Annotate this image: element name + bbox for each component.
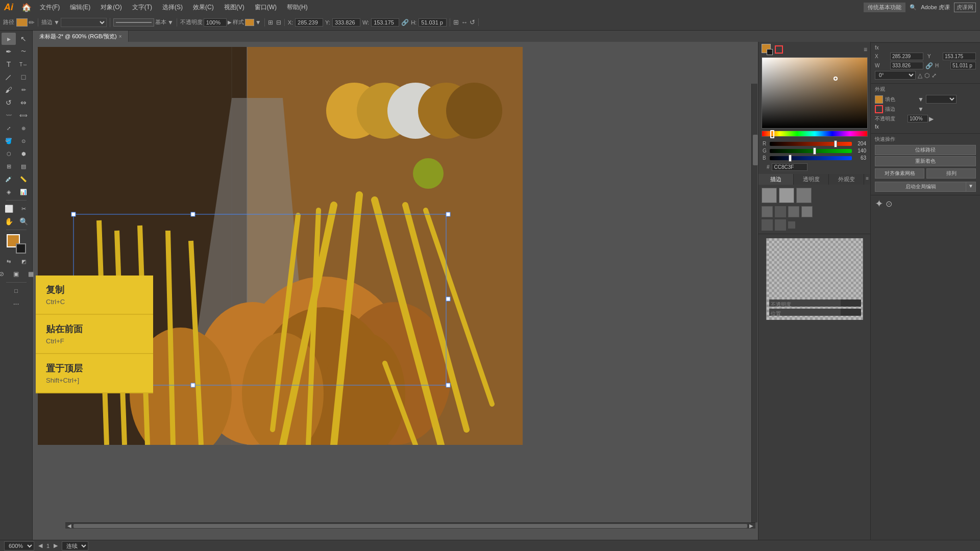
menu-object[interactable]: 对象(O) (96, 2, 126, 13)
scroll-left-btn[interactable]: ◀ (67, 523, 71, 529)
isolate-icon[interactable] (762, 219, 773, 231)
scroll-right-btn[interactable]: ▶ (749, 523, 753, 529)
artboard-tool[interactable]: ⬜ (2, 203, 16, 215)
menu-effect[interactable]: 效果(C) (189, 2, 218, 13)
stroke-type-none[interactable] (762, 188, 777, 203)
fill-dropdown-icon[interactable]: ▼ (918, 96, 924, 103)
transform-w-input[interactable] (890, 62, 923, 69)
stroke-type-solid[interactable] (779, 188, 794, 203)
fill-color-box[interactable] (875, 95, 883, 104)
perspective-select-tool[interactable]: ⬢ (16, 147, 31, 160)
workspace-dropdown[interactable]: 传统基本功能 (864, 3, 905, 12)
pen-tool[interactable]: ✒ (2, 45, 16, 58)
fill-type-dropdown[interactable] (926, 95, 957, 104)
blend-icon-4[interactable] (801, 206, 813, 217)
rotate-icon[interactable]: ↺ (470, 18, 475, 26)
hex-input[interactable] (772, 163, 807, 171)
eyedropper-tool[interactable]: 💉 (2, 173, 16, 185)
transform-h-input[interactable] (950, 62, 976, 69)
status-dropdown[interactable]: 连续 (62, 541, 88, 550)
lasso-icon[interactable]: ⊙ (886, 199, 892, 209)
x-input[interactable] (295, 18, 323, 27)
menu-help[interactable]: 帮助(H) (283, 2, 312, 13)
slice-tool[interactable]: ✂ (16, 203, 31, 215)
fill-swatch-group[interactable] (762, 44, 773, 55)
rotate-tool[interactable]: ↺ (2, 96, 16, 109)
swap-colors-icon[interactable]: ⇆ (2, 255, 16, 267)
context-menu-paste-front[interactable]: 贴在前面 Ctrl+F (36, 315, 153, 354)
context-menu-bring-front[interactable]: 置于顶层 Shift+Ctrl+] (36, 354, 153, 393)
stroke-tab[interactable]: 描边 (758, 174, 794, 185)
measure-tool[interactable]: 📏 (16, 173, 31, 185)
reflect-icon[interactable]: ↔ (461, 18, 468, 26)
scroll-left-icon[interactable]: ◀ (38, 542, 42, 549)
hue-slider[interactable] (762, 131, 868, 137)
menu-text[interactable]: 文字(T) (128, 2, 156, 13)
h-scrollbar-thumb[interactable] (74, 524, 747, 528)
search-icon[interactable]: 🔍 (910, 4, 917, 11)
transform-icon[interactable]: ⊞ (453, 18, 459, 26)
link-icon[interactable]: 🔗 (401, 19, 409, 26)
opacity-pct-input[interactable] (908, 115, 928, 122)
live-paint-select-tool[interactable]: ⊙ (16, 135, 31, 147)
draw-mode-select[interactable] (61, 18, 107, 27)
global-edit-btn[interactable]: 启动全局编辑 (875, 182, 966, 192)
stroke-type-pattern[interactable] (796, 188, 812, 203)
ai-sparkle-icon[interactable]: ✦ (875, 197, 884, 210)
zoom-dropdown[interactable]: 600% (4, 541, 34, 550)
global-edit-dropdown-btn[interactable]: ▼ (966, 182, 976, 192)
opacity-arrow[interactable]: ▶ (228, 19, 232, 25)
none-color-icon[interactable]: ⊘ (0, 268, 9, 280)
draw-mode-dropdown-icon[interactable]: ▼ (54, 19, 60, 26)
zoom-tool[interactable]: 🔍 (16, 215, 31, 228)
warp-tool[interactable]: 〰 (2, 109, 16, 121)
mesh-tool[interactable]: ⊞ (2, 160, 16, 172)
gradient-fill-icon[interactable]: ▣ (9, 268, 23, 280)
style-swatch[interactable] (245, 19, 254, 26)
brush-icon[interactable]: ✏ (29, 18, 35, 27)
context-menu-copy[interactable]: 复制 Ctrl+C (36, 276, 153, 315)
default-colors-icon[interactable]: ◩ (16, 255, 31, 267)
blend-icon-3[interactable] (788, 206, 799, 217)
blend-icon-2[interactable] (775, 206, 786, 217)
perspective-grid-tool[interactable]: ⬡ (2, 147, 16, 160)
home-icon[interactable]: 🏠 (19, 1, 34, 13)
r-slider[interactable] (770, 142, 852, 146)
style-dropdown[interactable]: ▼ (255, 19, 261, 26)
pencil-tool[interactable]: ✏ (16, 84, 31, 96)
stroke-dropdown-icon[interactable]: ▼ (167, 19, 174, 26)
arrange-btn[interactable]: 排列 (926, 168, 976, 179)
transform-y-input[interactable] (943, 53, 976, 60)
hand-tool[interactable]: ✋ (2, 215, 16, 228)
more-tools[interactable]: ··· (9, 297, 23, 310)
direct-selection-tool[interactable]: ↖ (16, 33, 31, 45)
shape-builder-tool[interactable]: ⊕ (16, 122, 31, 134)
color-panel-close-icon[interactable]: ≡ (864, 46, 867, 53)
curvature-tool[interactable]: 〜 (16, 45, 31, 58)
no-fill-swatch[interactable] (775, 45, 783, 54)
selection-tool[interactable]: ▸ (2, 33, 16, 45)
blend-icon-1[interactable] (762, 206, 773, 217)
recolor-btn[interactable]: 重新着色 (875, 156, 976, 166)
horizontal-scrollbar[interactable]: ◀ ▶ (65, 522, 755, 529)
symbol-tool[interactable]: ◈ (2, 186, 16, 198)
rotation-input[interactable]: 0° (875, 71, 916, 80)
touch-type-tool[interactable]: T↔ (16, 58, 31, 70)
opacity-input[interactable] (204, 18, 227, 27)
rect-tool[interactable]: □ (16, 71, 31, 83)
color-gradient-picker[interactable] (762, 57, 868, 129)
menu-view[interactable]: 视图(V) (220, 2, 249, 13)
scroll-right-icon[interactable]: ▶ (54, 542, 58, 549)
menu-select[interactable]: 选择(S) (158, 2, 187, 13)
bar-chart-tool[interactable]: 📊 (16, 186, 31, 198)
link-proportional-icon[interactable]: 🔗 (925, 62, 933, 69)
transparency-tab[interactable]: 透明度 (794, 174, 829, 185)
tab-close-button[interactable]: × (119, 34, 122, 39)
document-tab[interactable]: 未标题-2* @ 600% (RGB/预览) × (33, 31, 129, 42)
clip-icon[interactable] (775, 219, 786, 231)
vertical-scrollbar[interactable] (751, 84, 757, 522)
menu-window[interactable]: 窗口(W) (251, 2, 281, 13)
b-slider[interactable] (770, 156, 852, 160)
shift-path-btn[interactable]: 位移路径 (875, 145, 976, 155)
panel-tabs-menu[interactable]: ≡ (864, 174, 870, 185)
